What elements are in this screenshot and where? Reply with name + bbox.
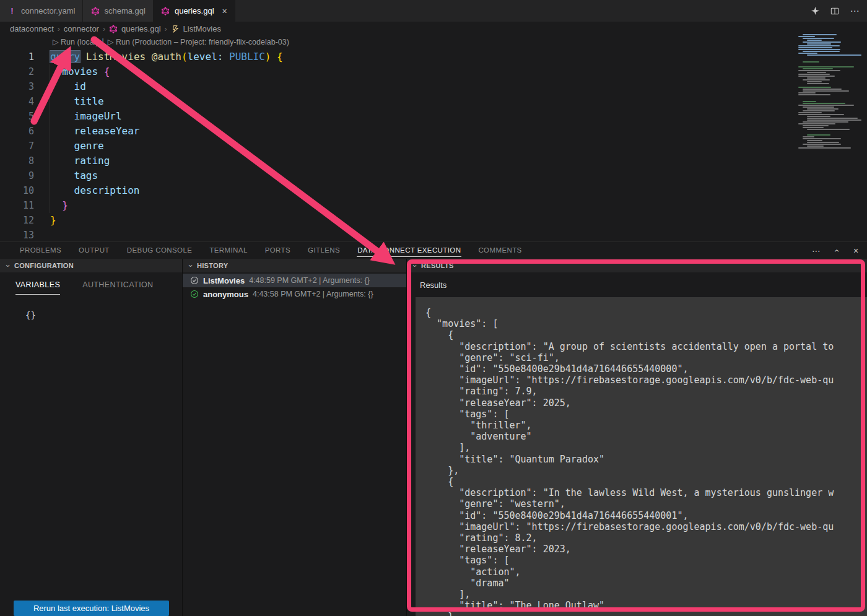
sparkle-button[interactable] [810,6,820,16]
code-line: 7 genre [0,139,786,154]
panel-tab-ports[interactable]: PORTS [256,242,299,259]
minimap-line [798,53,817,54]
code-line: 8 rating [0,154,786,168]
history-section: › HISTORY ListMovies4:48:59 PM GMT+2 | A… [183,259,407,616]
line-number: 12 [0,213,43,228]
history-item-meta: 4:48:59 PM GMT+2 | Arguments: {} [249,276,370,285]
minimap-line [803,68,833,69]
close-icon[interactable]: × [851,246,861,256]
history-item-ListMovies[interactable]: ListMovies4:48:59 PM GMT+2 | Arguments: … [183,274,406,287]
operation-icon [171,24,180,33]
line-number: 8 [0,154,43,168]
token [50,66,62,77]
sparkle-icon [811,6,820,15]
breadcrumb-item-dataconnect[interactable]: dataconnect [10,24,54,33]
line-number: 5 [0,109,43,124]
minimap-line [798,147,851,149]
panel-tab-gitlens[interactable]: GITLENS [299,242,349,259]
chevron-down-icon: › [411,262,420,269]
more-icon[interactable]: ⋯ [811,246,821,256]
breadcrumb-item-ListMovies[interactable]: ListMovies [171,24,221,33]
token: } [50,214,56,226]
panel-tab-output[interactable]: OUTPUT [70,242,118,259]
line-number: 1 [0,50,43,64]
config-tab-authentication[interactable]: AUTHENTICATION [82,280,153,295]
code-text: movies { [43,64,110,79]
code-line: 10 description [0,183,786,198]
breadcrumb-label: connector [64,24,99,33]
minimap-line [798,45,840,46]
panel-tab-terminal[interactable]: TERMINAL [201,242,256,259]
run-production-link[interactable]: ▷ Run (Production – Project: friendly-fl… [108,37,289,46]
split-editor-button[interactable] [830,6,840,16]
token: ListMovies [86,51,146,63]
config-tab-variables[interactable]: VARIABLES [15,280,60,295]
history-header[interactable]: › HISTORY [183,259,406,272]
code-text: query ListMovies @auth(level: PUBLIC) { [43,50,283,64]
history-item-meta: 4:43:58 PM GMT+2 | Arguments: {} [253,290,373,298]
panel-tab-bar: PROBLEMSOUTPUTDEBUG CONSOLETERMINALPORTS… [0,242,793,259]
minimap-line [803,136,814,137]
configuration-header[interactable]: › CONFIGURATION [0,259,182,272]
line-number: 6 [0,124,43,139]
close-icon[interactable]: × [222,6,227,16]
token [50,155,74,167]
history-item-name: anonymous [203,290,248,299]
history-item-anonymous[interactable]: anonymous4:43:58 PM GMT+2 | Arguments: {… [183,287,406,301]
panel-tab-data-connect-execution[interactable]: DATA CONNECT EXECUTION [349,242,469,259]
code-text: rating [43,154,110,168]
minimap-line [798,76,835,77]
token: id [74,80,86,92]
breadcrumb-item-connector[interactable]: connector [64,24,99,33]
minimap-line [807,129,850,130]
code-line: 9 tags [0,168,786,183]
run-local-link[interactable]: ▷ Run (local) [53,37,98,46]
minimap-line [798,70,840,71]
minimap-line [803,51,840,52]
minimap-line [798,74,830,75]
token [271,51,277,63]
code-text: title [43,94,104,109]
results-header[interactable]: › RESULTS [407,259,867,272]
minimap-line [798,105,854,106]
minimap-line [807,40,822,41]
token: description [74,184,140,196]
token [50,184,74,196]
configuration-tabs: VARIABLESAUTHENTICATION [0,272,182,295]
results-title: RESULTS [421,262,454,269]
minimap-line [803,38,834,39]
minimap-line [803,89,842,90]
minimap-gap [795,56,867,61]
code-text [43,228,50,243]
code-text: releaseYear [43,124,140,139]
token [50,199,62,211]
minimap-line [803,90,849,92]
panel-tab-debug-console[interactable]: DEBUG CONSOLE [118,242,201,259]
panel-tab-comments[interactable]: COMMENTS [469,242,530,259]
graphql-icon [161,6,170,15]
code-editor[interactable]: ▷ Run (local) | ▷ Run (Production – Proj… [0,36,867,242]
tab-queries.gql[interactable]: queries.gql× [154,0,235,22]
more-button[interactable]: ⋯ [850,6,860,16]
minimap[interactable] [795,34,867,149]
minimap-line [803,138,841,139]
chevron-down-icon: › [186,262,196,269]
minimap-line [798,49,840,50]
variables-value[interactable]: {} [25,310,182,320]
breadcrumb-label: ListMovies [183,24,221,33]
maximize-chevron-icon[interactable]: › [831,246,841,256]
minimap-line [807,108,839,110]
minimap-line [798,94,830,95]
panel-tab-problems[interactable]: PROBLEMS [11,242,70,259]
tab-schema.gql[interactable]: schema.gql [83,0,153,22]
rerun-last-execution-button[interactable]: Rerun last execution: ListMovies [14,601,169,616]
token [50,125,74,137]
token: genre [74,140,104,152]
line-number: 2 [0,64,43,79]
titlebar-actions: ⋯ [810,0,860,22]
breadcrumb-separator-icon: › [165,25,167,33]
breadcrumb-item-queries.gql[interactable]: queries.gql [109,24,161,33]
tab-connector.yaml[interactable]: !connector.yaml [0,0,83,22]
token [146,51,152,63]
tab-label: schema.gql [104,6,145,15]
